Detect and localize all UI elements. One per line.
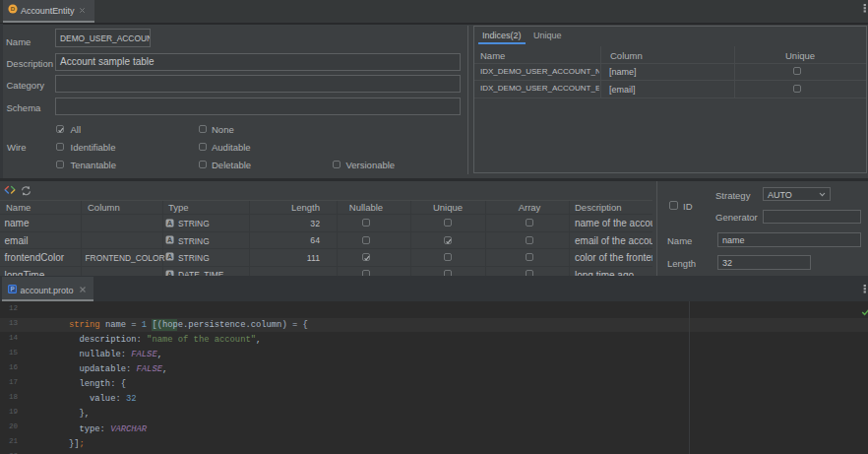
svg-text:A: A — [167, 253, 172, 260]
svg-text:A: A — [167, 236, 172, 243]
svg-text:P: P — [10, 286, 15, 292]
svg-text:A: A — [167, 220, 172, 227]
svg-text:D: D — [10, 5, 15, 12]
